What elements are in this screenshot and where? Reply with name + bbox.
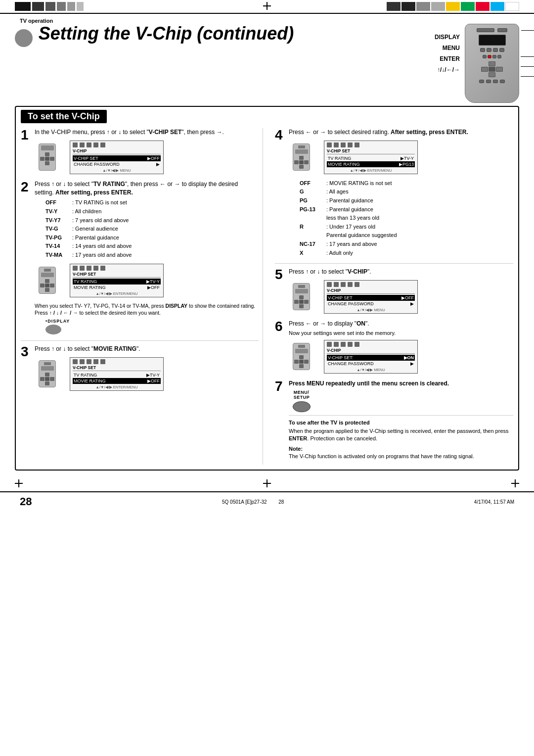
step-2-number: 2 (21, 180, 32, 194)
step-7: 7 Press MENU repeatedly until the menu s… (275, 379, 513, 461)
step-2-list: OFF: TV RATING is not set TV-Y: All chil… (45, 198, 259, 259)
step-5-text: Press ↑ or ↓ to select "V-CHIP". (289, 268, 513, 276)
screen-row-changepassword: CHANGE PASSWORD▶ (73, 161, 161, 167)
remote-graphic (465, 24, 519, 103)
step-1: 1 In the V-CHIP menu, press ↑ or ↓ to se… (21, 128, 259, 176)
step-3-number: 3 (21, 345, 32, 359)
step-4: 4 Press ← or → to select desired rating.… (275, 128, 513, 259)
top-crosshair (263, 2, 271, 12)
screen-row-changepassword6: CHANGE PASSWORD▶ (327, 361, 415, 367)
step-1-number: 1 (21, 128, 32, 142)
note-text: When the program applied to the V-Chip s… (289, 427, 513, 443)
remote-illustration: DISPLAY MENU ENTER ↑/↓/←/→ (435, 24, 519, 103)
step-3-content: Press ↑ or ↓ to select "MOVIE RATING". (35, 345, 259, 393)
header: TV operation (0, 14, 534, 24)
page-number: 28 (20, 495, 32, 508)
title-block: Setting the V-Chip (continued) (15, 24, 294, 47)
left-column: 1 In the V-CHIP menu, press ↑ or ↓ to se… (21, 128, 263, 465)
step-2-display-note: When you select TV- Y7, TV-PG, TV-14 or … (35, 302, 259, 317)
screen-row-movierating2: MOVIE RATING▶OFF (73, 284, 161, 290)
display-button-circle (45, 325, 61, 334)
page-title: Setting the V-Chip (continued) (39, 23, 294, 44)
main-section-box: To set the V-Chip 1 In the V-CHIP menu, … (15, 106, 519, 471)
step-3-screen: V-CHIP SET TV RATING▶TV-Y MOVIE RATING▶O… (70, 357, 164, 391)
step-3-text: Press ↑ or ↓ to select "MOVIE RATING". (35, 345, 259, 353)
menu-button-circle (293, 401, 311, 412)
step-5-screen: V-CHIP V-CHIP SET▶OFF CHANGE PASSWORD▶ ▲… (324, 280, 418, 314)
step-2-content: Press ↑ or ↓ to select "TV RATING", then… (35, 180, 259, 336)
remote-labels: DISPLAY MENU ENTER ↑/↓/←/→ (435, 34, 460, 73)
note-label: Note: (289, 445, 513, 453)
screen-row-movierating4: MOVIE RATING▶PG13 (327, 161, 415, 167)
step-6: 6 Press ← or → to display "ON". Now your… (275, 320, 513, 376)
screen-row-movierating3: MOVIE RATING▶OFF (73, 378, 161, 384)
title-remote-area: Setting the V-Chip (continued) DISPLAY M… (0, 24, 534, 103)
step-6-text: Press ← or → to display "ON". (289, 320, 513, 328)
step-4-list: OFF: MOVIE RATING is not set G: All ages… (300, 179, 513, 257)
screen-row-tvrating3: TV RATING▶TV-Y (73, 372, 161, 378)
step-2: 2 Press ↑ or ↓ to select "TV RATING", th… (21, 180, 259, 336)
bottom-right-crosshair (511, 479, 519, 487)
note-text2: The V-Chip function is activated only on… (289, 453, 513, 460)
step-7-content: Press MENU repeatedly until the menu scr… (289, 379, 513, 461)
bottom-area (0, 475, 534, 491)
step-6-number: 6 (275, 320, 286, 333)
footer-center-text: 5Q 0501A [E]p27-32 28 (222, 498, 284, 505)
right-column: 4 Press ← or → to select desired rating.… (271, 128, 513, 465)
step-1-screen: V-CHIP V-CHIP SET▶OFF CHANGE PASSWORD▶ ▲… (70, 141, 164, 174)
display-button-area: •DISPLAY (45, 319, 259, 334)
note-box: To use after the TV is protected When th… (289, 415, 513, 461)
step-3: 3 Press ↑ or ↓ to select "MOVIE RATING". (21, 340, 259, 393)
step-4-text: Press ← or → to select desired rating. A… (289, 128, 513, 137)
bottom-center-crosshair (263, 479, 271, 487)
screen-row-vchipset: V-CHIP SET▶OFF (73, 155, 161, 161)
screen-row-tvrating4: TV RATING▶TV-Y (327, 155, 415, 161)
dpad (481, 61, 503, 77)
screen-row-changepassword5: CHANGE PASSWORD▶ (327, 301, 415, 307)
display-label: •DISPLAY (45, 319, 70, 324)
black-blocks (15, 2, 84, 11)
step-1-content: In the V-CHIP menu, press ↑ or ↓ to sele… (35, 128, 259, 176)
bottom-bar: 28 5Q 0501A [E]p27-32 28 4/17/04, 11:57 … (0, 491, 534, 511)
note-title: To use after the TV is protected (289, 419, 513, 427)
step-5-content: Press ↑ or ↓ to select "V-CHIP". (289, 268, 513, 316)
footer-right-text: 4/17/04, 11:57 AM (474, 498, 514, 505)
step-2-text: Press ↑ or ↓ to select "TV RATING", then… (35, 180, 259, 197)
step-7-number: 7 (275, 379, 286, 393)
step-2-screen: V-CHIP SET TV RATING▶TV-Y MOVIE RATING▶O… (70, 264, 164, 297)
step-1-text: In the V-CHIP menu, press ↑ or ↓ to sele… (35, 128, 259, 137)
step-4-screen: V-CHIP SET TV RATING▶TV-Y MOVIE RATING▶P… (324, 141, 418, 174)
screen-row-vchipset6: V-CHIP SET:▶ON (327, 355, 415, 361)
step-4-content: Press ← or → to select desired rating. A… (289, 128, 513, 259)
step-6-subtext: Now your settings were set into the memo… (289, 330, 513, 336)
step-6-content: Press ← or → to display "ON". Now your s… (289, 320, 513, 376)
step-5-number: 5 (275, 268, 286, 282)
step-6-screen: V-CHIP V-CHIP SET:▶ON CHANGE PASSWORD▶ ▲… (324, 340, 418, 374)
screen-row-vchipset5: V-CHIP SET▶OFF (327, 295, 415, 301)
bottom-left-crosshair (15, 479, 23, 487)
color-blocks (387, 2, 519, 11)
step-5: 5 Press ↑ or ↓ to select "V-CHIP". (275, 263, 513, 316)
step-4-number: 4 (275, 128, 286, 142)
section-box-title: To set the V-Chip (21, 110, 107, 123)
two-col-layout: 1 In the V-CHIP menu, press ↑ or ↓ to se… (21, 128, 513, 465)
top-bar (0, 0, 534, 14)
step-7-text: Press MENU repeatedly until the menu scr… (289, 379, 513, 388)
screen-row-tvrating: TV RATING▶TV-Y (73, 279, 161, 284)
